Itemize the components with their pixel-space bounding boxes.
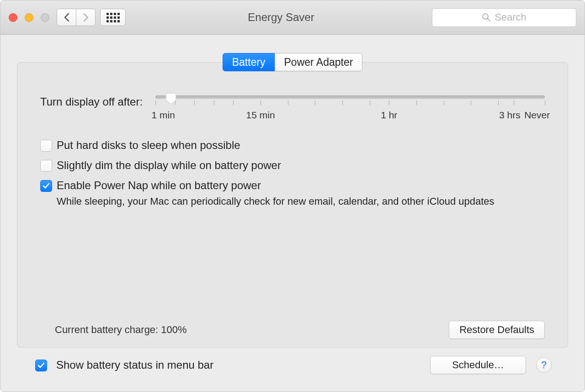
nav-segment <box>57 9 96 26</box>
slider-ticks <box>155 101 545 108</box>
slider[interactable]: 1 min 15 min 1 hr 3 hrs Never <box>155 95 545 123</box>
check-dim-display[interactable] <box>40 160 52 172</box>
titlebar: Energy Saver Search <box>0 0 585 35</box>
checkmark-icon <box>43 183 50 189</box>
svg-line-1 <box>488 19 490 21</box>
bottom-bar: Show battery status in menu bar Schedule… <box>17 348 568 384</box>
traffic-lights <box>9 13 49 22</box>
back-button[interactable] <box>57 9 76 26</box>
checkmark-icon <box>37 362 45 369</box>
check-hard-disks-label: Put hard disks to sleep when possible <box>57 139 240 152</box>
check-hard-disks[interactable] <box>40 140 52 152</box>
tab-segment: Battery Power Adapter <box>223 53 363 71</box>
search-input[interactable]: Search <box>432 8 576 27</box>
svg-point-0 <box>483 14 488 19</box>
help-icon: ? <box>541 359 547 371</box>
tick-label-15min: 15 min <box>246 110 275 121</box>
show-all-button[interactable] <box>100 9 126 26</box>
panel-bottom: Current battery charge: 100% Restore Def… <box>40 321 545 339</box>
power-nap-description: While sleeping, your Mac can periodicall… <box>57 196 545 207</box>
battery-charge-status: Current battery charge: 100% <box>55 324 187 336</box>
tick-label-1hr: 1 hr <box>381 110 397 121</box>
slider-tick-labels: 1 min 15 min 1 hr 3 hrs Never <box>155 110 545 123</box>
tab-bar: Battery Power Adapter <box>17 53 568 71</box>
content-area: Battery Power Adapter Turn display off a… <box>0 35 585 392</box>
check-power-nap-row: Enable Power Nap while on battery power <box>40 179 545 192</box>
tick-label-1min: 1 min <box>151 110 175 121</box>
search-placeholder: Search <box>495 11 526 23</box>
chevron-left-icon <box>64 13 70 22</box>
display-off-slider-row: Turn display off after: <box>40 95 545 123</box>
tick-label-3hrs: 3 hrs <box>499 110 521 121</box>
minimize-button[interactable] <box>25 13 33 22</box>
help-button[interactable]: ? <box>536 357 552 373</box>
check-hard-disks-row: Put hard disks to sleep when possible <box>40 139 545 152</box>
chevron-right-icon <box>83 13 89 22</box>
grid-icon <box>106 13 120 22</box>
close-button[interactable] <box>9 13 17 22</box>
check-dim-display-row: Slightly dim the display while on batter… <box>40 159 545 172</box>
check-menu-bar-status-label: Show battery status in menu bar <box>56 359 213 371</box>
window-title: Energy Saver <box>135 11 427 24</box>
maximize-button <box>41 13 49 22</box>
tab-battery[interactable]: Battery <box>223 53 275 71</box>
check-power-nap[interactable] <box>40 180 52 192</box>
slider-track <box>155 95 545 99</box>
restore-defaults-button[interactable]: Restore Defaults <box>449 321 545 339</box>
tick-label-never: Never <box>524 110 550 121</box>
check-dim-display-label: Slightly dim the display while on batter… <box>57 159 281 172</box>
check-menu-bar-status[interactable] <box>35 360 47 371</box>
tab-power-adapter[interactable]: Power Adapter <box>275 53 363 71</box>
settings-panel: Turn display off after: <box>17 62 568 348</box>
search-icon <box>482 13 491 22</box>
schedule-button[interactable]: Schedule… <box>430 356 526 374</box>
slider-label: Turn display off after: <box>40 95 143 108</box>
forward-button <box>76 9 96 26</box>
check-power-nap-label: Enable Power Nap while on battery power <box>57 179 261 192</box>
prefs-window: Energy Saver Search Battery Power Adapte… <box>0 0 585 392</box>
